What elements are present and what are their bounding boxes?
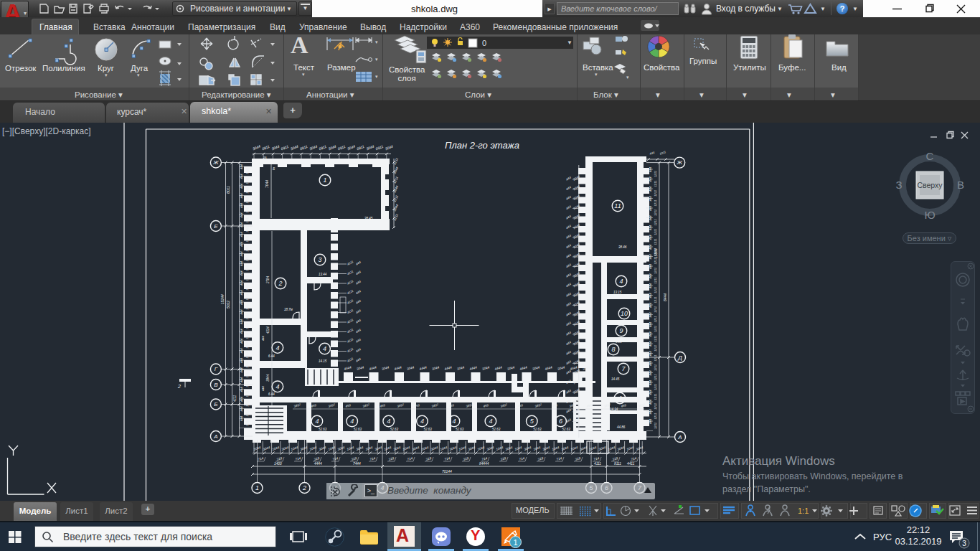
- svg-text:15244: 15244: [220, 294, 225, 304]
- svg-text:3044: 3044: [393, 446, 402, 451]
- svg-text:1211: 1211: [245, 216, 249, 222]
- svg-text:3044: 3044: [532, 365, 540, 371]
- svg-text:319: 319: [463, 456, 469, 461]
- svg-text:1044: 1044: [458, 446, 467, 451]
- svg-text:1211: 1211: [654, 364, 657, 371]
- svg-text:459: 459: [621, 403, 627, 408]
- svg-text:459: 459: [517, 403, 524, 408]
- svg-text:3044: 3044: [271, 144, 281, 151]
- svg-text:1044: 1044: [552, 446, 560, 451]
- svg-text:3: 3: [318, 256, 321, 263]
- svg-text:1211: 1211: [654, 393, 657, 400]
- svg-text:4444: 4444: [545, 365, 553, 371]
- svg-text:13.15: 13.15: [613, 291, 622, 294]
- svg-text:4111: 4111: [347, 279, 354, 286]
- svg-text:Ю: Ю: [924, 209, 935, 221]
- svg-text:1211: 1211: [245, 284, 249, 291]
- svg-text:319: 319: [612, 456, 618, 461]
- svg-text:1211: 1211: [245, 313, 249, 319]
- svg-text:1211: 1211: [654, 258, 657, 264]
- svg-text:1044: 1044: [496, 446, 504, 451]
- svg-text:1211: 1211: [654, 209, 657, 216]
- svg-text:1044: 1044: [384, 446, 392, 451]
- svg-text:444: 444: [355, 338, 362, 344]
- svg-text:444: 444: [355, 289, 362, 295]
- svg-text:1211: 1211: [654, 277, 657, 283]
- svg-text:44.86: 44.86: [617, 425, 626, 429]
- svg-text:3044: 3044: [557, 365, 565, 371]
- svg-text:444: 444: [355, 357, 362, 363]
- svg-text:4111: 4111: [347, 269, 354, 276]
- svg-text:0911: 0911: [281, 144, 289, 151]
- svg-text:3044: 3044: [406, 365, 415, 371]
- svg-text:Г: Г: [215, 366, 218, 372]
- svg-text:4111: 4111: [347, 308, 354, 314]
- svg-text:14.15: 14.15: [319, 359, 327, 363]
- svg-text:3044: 3044: [505, 446, 514, 451]
- svg-text:6: 6: [559, 418, 562, 425]
- svg-text:3044: 3044: [328, 144, 337, 151]
- svg-text:444: 444: [649, 151, 656, 156]
- svg-text:1:1: 1:1: [798, 507, 809, 515]
- svg-text:3044: 3044: [337, 446, 346, 451]
- svg-text:459: 459: [311, 403, 317, 408]
- svg-text:1211: 1211: [245, 381, 249, 387]
- svg-text:714: 714: [593, 456, 600, 461]
- svg-text:3497: 3497: [293, 402, 301, 408]
- svg-text:444: 444: [565, 176, 572, 182]
- svg-text:18.7м: 18.7м: [284, 308, 293, 311]
- svg-text:3044: 3044: [281, 446, 290, 451]
- svg-text:1211: 1211: [654, 296, 657, 303]
- svg-text:1044: 1044: [514, 446, 523, 451]
- svg-text:7444: 7444: [353, 462, 361, 466]
- svg-text:1211: 1211: [245, 303, 249, 310]
- svg-text:444: 444: [565, 243, 572, 249]
- svg-text:4111: 4111: [233, 395, 237, 402]
- svg-text:План 2-го этажа: План 2-го этажа: [445, 140, 519, 151]
- svg-text:3497: 3497: [397, 402, 405, 408]
- svg-text:319: 319: [500, 456, 507, 461]
- svg-text:3044: 3044: [263, 446, 271, 451]
- svg-text:8444: 8444: [663, 293, 667, 301]
- svg-text:714: 714: [295, 456, 301, 461]
- svg-text:444: 444: [565, 273, 572, 278]
- svg-text:Ж: Ж: [677, 159, 683, 166]
- svg-text:4444: 4444: [314, 462, 322, 466]
- svg-text:444: 444: [355, 319, 362, 324]
- svg-text:1211: 1211: [245, 352, 249, 358]
- svg-text:3044: 3044: [319, 446, 327, 451]
- svg-text:714: 714: [556, 456, 562, 461]
- svg-text:3044: 3044: [449, 446, 458, 451]
- svg-text:444: 444: [565, 234, 572, 240]
- svg-text:1211: 1211: [245, 235, 249, 242]
- svg-text:444: 444: [565, 340, 572, 346]
- svg-text:444: 444: [261, 336, 265, 341]
- svg-text:1211: 1211: [245, 177, 249, 184]
- svg-text:1211: 1211: [654, 413, 657, 419]
- svg-text:444: 444: [355, 260, 362, 266]
- svg-text:7044: 7044: [265, 180, 269, 188]
- svg-text:52.63: 52.63: [319, 428, 327, 431]
- svg-text:1044: 1044: [589, 446, 598, 451]
- svg-text:1400: 1400: [274, 462, 282, 466]
- svg-text:714: 714: [407, 456, 413, 461]
- svg-text:0911: 0911: [319, 144, 327, 151]
- svg-text:319: 319: [351, 456, 357, 461]
- svg-text:4444: 4444: [419, 365, 428, 371]
- svg-text:8111: 8111: [614, 462, 621, 466]
- svg-text:1044: 1044: [291, 446, 299, 451]
- svg-text:444: 444: [565, 359, 572, 365]
- svg-text:1044: 1044: [365, 446, 374, 451]
- svg-text:1211: 1211: [245, 332, 249, 339]
- svg-text:714: 714: [519, 456, 525, 461]
- svg-text:52.63: 52.63: [423, 428, 432, 431]
- svg-text:3497: 3497: [362, 402, 370, 408]
- svg-text:3497: 3497: [328, 402, 336, 408]
- svg-text:3044: 3044: [347, 144, 356, 151]
- svg-text:444: 444: [355, 280, 362, 286]
- svg-text:444: 444: [565, 311, 572, 317]
- svg-text:52.63: 52.63: [456, 428, 464, 431]
- svg-text:444: 444: [565, 321, 572, 326]
- svg-text:4: 4: [315, 418, 319, 425]
- svg-text:4111: 4111: [347, 357, 354, 363]
